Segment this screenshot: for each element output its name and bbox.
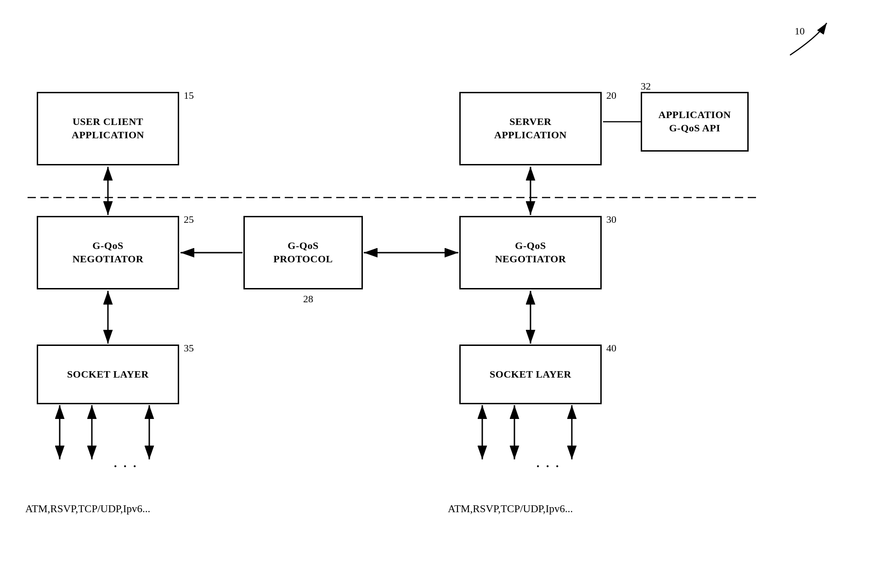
diagram-svg bbox=[0, 0, 869, 588]
server-gqos-negotiator-box: G-QoSNEGOTIATOR bbox=[459, 216, 602, 289]
ref-32: 32 bbox=[641, 80, 651, 92]
client-gqos-negotiator-box: G-QoSNEGOTIATOR bbox=[37, 216, 179, 289]
ref-35: 35 bbox=[184, 342, 194, 354]
ref-28: 28 bbox=[303, 293, 313, 305]
client-dots: · · · bbox=[114, 459, 138, 473]
server-app-box: SERVERAPPLICATION bbox=[459, 92, 602, 165]
ref-30: 30 bbox=[606, 214, 616, 226]
client-protocols-label: ATM,RSVP,TCP/UDP,Ipv6... bbox=[25, 503, 150, 515]
server-protocols-label: ATM,RSVP,TCP/UDP,Ipv6... bbox=[448, 503, 573, 515]
ref-40: 40 bbox=[606, 342, 616, 354]
ref-10: 10 bbox=[795, 25, 805, 37]
server-socket-layer-box: SOCKET LAYER bbox=[459, 345, 602, 404]
ref-15: 15 bbox=[184, 90, 194, 102]
server-dots: · · · bbox=[536, 459, 561, 473]
client-socket-layer-box: SOCKET LAYER bbox=[37, 345, 179, 404]
user-client-app-box: USER CLIENTAPPLICATION bbox=[37, 92, 179, 165]
ref-25: 25 bbox=[184, 214, 194, 226]
app-gqos-api-box: APPLICATIONG-QoS API bbox=[641, 92, 749, 152]
gqos-protocol-box: G-QoSPROTOCOL bbox=[243, 216, 363, 289]
ref-20: 20 bbox=[606, 90, 616, 102]
diagram: 10 USER CLIENTAPPLICATION 15 SERVERAPPLI… bbox=[0, 0, 869, 588]
